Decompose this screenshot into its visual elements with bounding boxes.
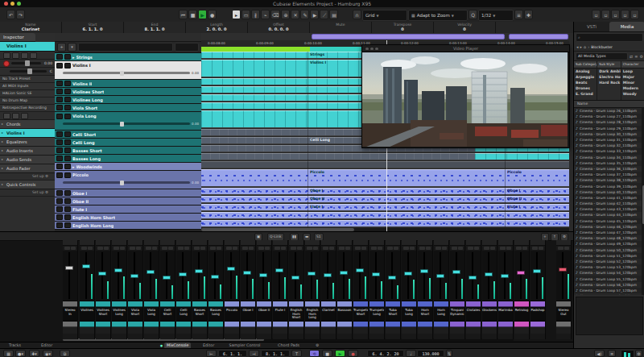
channel-routing[interactable] <box>192 240 207 246</box>
lane-english-horn-short[interactable] <box>201 212 569 220</box>
channel-routing[interactable] <box>530 240 545 246</box>
channel-pan-row[interactable] <box>498 327 513 334</box>
channel-fader[interactable] <box>208 251 223 301</box>
info-field-length[interactable]: Length2. 0. 0. 0 <box>186 22 248 33</box>
pan-slider[interactable] <box>10 70 47 73</box>
channel-routing[interactable] <box>337 240 352 246</box>
filter-item[interactable]: Loop <box>621 68 644 74</box>
fader-cap[interactable] <box>114 268 122 272</box>
track-solo-button[interactable] <box>64 206 71 212</box>
channel-padshop[interactable]: Padshop <box>530 240 546 339</box>
lane-oboe-i[interactable]: Oboe IOboe I <box>201 188 569 196</box>
channel-trumpets-long[interactable]: Trumpets Long <box>369 240 385 339</box>
channel-fader[interactable] <box>514 251 529 301</box>
track-mute-button[interactable] <box>56 190 63 196</box>
magnet-snap-icon[interactable]: ∩ <box>353 10 361 19</box>
info-field-offset[interactable]: Offset0. 0. 0. 0 <box>248 22 310 33</box>
record-mini-button[interactable]: ● <box>208 10 217 19</box>
channel-pan-row[interactable] <box>369 327 384 334</box>
input-transformer-button[interactable] <box>3 113 10 119</box>
media-list-item[interactable]: ♪Cinema - Drum Loop 26_110bpm <box>574 108 644 114</box>
filter-item[interactable]: Electro House <box>597 74 620 80</box>
channel-routing[interactable] <box>514 240 529 246</box>
media-list-item[interactable]: ♪Cinema - Drum Loop 54_120bpm <box>574 270 644 276</box>
mute-tool-icon[interactable]: ✕ <box>291 10 299 19</box>
fader-cap[interactable] <box>533 269 541 273</box>
channel-stereo-out[interactable]: Stereo Out <box>556 240 572 339</box>
record-enable-button[interactable] <box>3 60 10 67</box>
track-volume-slider[interactable] <box>63 72 190 74</box>
channel-pan-row[interactable] <box>305 327 320 334</box>
track-solo-button[interactable] <box>64 63 71 68</box>
channel-fader[interactable] <box>160 251 175 301</box>
position-display[interactable]: 6. 4. 2. 20 <box>367 350 404 357</box>
undo-icon[interactable]: ↶ <box>6 10 15 19</box>
filter-item[interactable]: Analog <box>574 68 597 74</box>
track-basses-short[interactable]: Basses Short <box>55 147 201 155</box>
channel-routing[interactable] <box>63 240 77 246</box>
channel-fader[interactable] <box>144 251 159 301</box>
channel-crotales[interactable]: Crotales <box>466 240 481 339</box>
filter-item[interactable]: Major <box>621 74 644 80</box>
track-mute-button[interactable] <box>56 214 63 220</box>
back-icon[interactable]: ◂ <box>576 44 579 49</box>
channel-routing[interactable] <box>498 240 513 246</box>
inspector-row[interactable]: No Drum Map <box>0 98 55 105</box>
track-solo-button[interactable] <box>64 105 71 110</box>
tempo-display[interactable]: 130.000 <box>417 350 444 357</box>
channel-horn-long[interactable]: Horn Long <box>434 240 449 339</box>
track-mute-button[interactable] <box>56 54 63 60</box>
inspector-setup-link[interactable]: Set up ⚙ <box>0 189 55 197</box>
channel-pan-row[interactable] <box>450 327 464 334</box>
tab-vsti[interactable]: VSTi <box>574 22 609 31</box>
media-list-item[interactable]: ♪Cinema - Drum Loop 46_120bpm <box>574 224 644 230</box>
tempo-note-icon[interactable]: ♩ <box>406 350 416 357</box>
midi-event[interactable] <box>201 212 569 218</box>
filter-item[interactable]: Minor <box>621 80 644 85</box>
track-volume-slider[interactable] <box>63 181 190 184</box>
edit-instrument-button[interactable] <box>21 113 28 119</box>
track-celli-short[interactable]: Celli Short <box>55 131 201 139</box>
channel-basses-long[interactable]: Basses Long <box>208 240 224 339</box>
erase-tool-icon[interactable]: ⌫ <box>270 10 280 19</box>
record-button[interactable]: ● <box>348 350 358 357</box>
iterative-quantize-icon[interactable]: ✚ <box>524 10 533 19</box>
inspector-row[interactable]: No Track Preset <box>0 76 55 83</box>
track-solo-button[interactable] <box>64 222 71 228</box>
channel-clarinet[interactable]: Clarinet <box>321 240 336 339</box>
track-solo-button[interactable] <box>64 139 71 145</box>
control-room-level-icon[interactable]: ≡ <box>608 350 616 357</box>
channel-routing[interactable] <box>386 240 400 246</box>
media-types-dropdown[interactable]: All Media Types <box>576 52 628 60</box>
channel-pan-row[interactable] <box>353 327 368 334</box>
channel-pan-row[interactable] <box>128 327 142 334</box>
fader-cap[interactable] <box>308 272 316 276</box>
track-solo-button[interactable] <box>64 198 71 204</box>
fader-cap[interactable] <box>195 269 203 273</box>
fader-cap[interactable] <box>211 275 219 279</box>
media-list-item[interactable]: ♪Cinema - Drum Loop 40_110bpm <box>574 189 644 195</box>
track-volume-slider[interactable] <box>63 122 190 125</box>
track-viola-long[interactable]: Viola Long0.00 <box>55 112 201 131</box>
channel-routing[interactable] <box>160 240 175 246</box>
left-zone-icon[interactable]: ▫ <box>601 10 610 19</box>
channel-pan-row[interactable] <box>466 327 481 334</box>
speaker-icon[interactable]: ◀) <box>594 350 605 357</box>
filter-item[interactable]: E. Grand <box>574 91 597 97</box>
media-list-item[interactable]: ♪Cinema - Drum Loop 41_110bpm <box>574 195 644 201</box>
fader-cap[interactable] <box>275 268 283 272</box>
channel-routing[interactable] <box>257 240 271 246</box>
fader-cap[interactable] <box>130 274 138 278</box>
channel-pan-row[interactable] <box>386 327 400 334</box>
channel-retrolog[interactable]: Retrolog <box>514 240 530 339</box>
track-solo-button[interactable] <box>64 97 71 102</box>
setup-window-icon[interactable]: ▫ <box>592 10 601 19</box>
tab-media[interactable]: Media <box>609 22 644 31</box>
channel-fader[interactable] <box>192 251 207 301</box>
cycle-region[interactable] <box>509 34 568 39</box>
media-list-item[interactable]: ♪Cinema - Drum Loop 49_120bpm <box>574 241 644 247</box>
channel-timpani-dynamic[interactable]: Timpani Dynamic <box>450 240 465 339</box>
fader-cap[interactable] <box>452 270 460 274</box>
channel-fader[interactable] <box>96 251 110 301</box>
fader-cap[interactable] <box>436 274 444 278</box>
